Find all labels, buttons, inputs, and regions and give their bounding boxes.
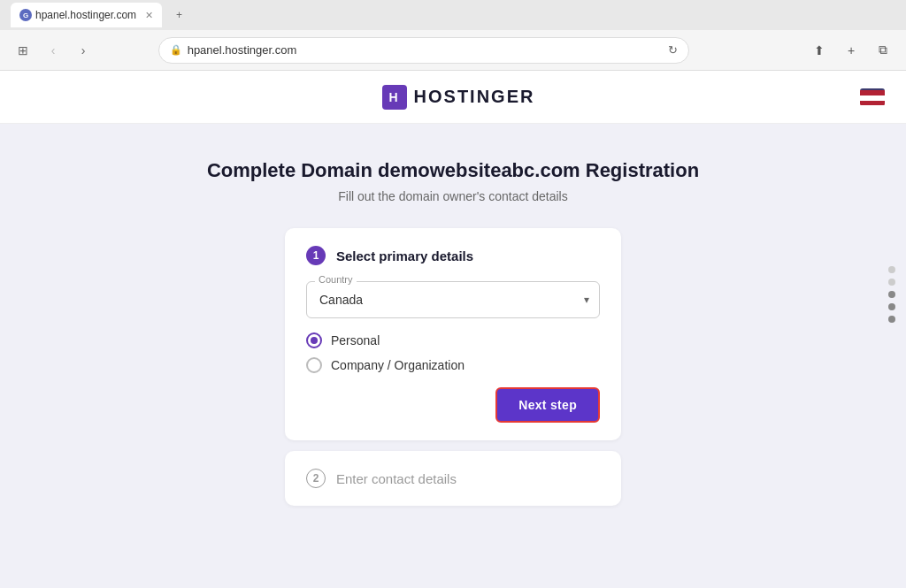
browser-tab-bar: G hpanel.hostinger.com ✕ + [0,0,906,30]
side-dots [888,266,895,323]
radio-company-label: Company / Organization [331,358,465,372]
logo-text: HOSTINGER [414,87,535,107]
refresh-icon[interactable]: ↻ [668,43,678,57]
radio-personal-button[interactable] [306,332,322,348]
app-header: H HOSTINGER [0,71,906,124]
step-2-number: 2 [306,469,326,488]
side-dot-1 [888,266,895,273]
step-2-title: Enter contact details [336,471,457,486]
radio-group: Personal Company / Organization [306,332,600,373]
side-dot-3 [888,291,895,298]
logo-icon: H [382,85,407,110]
step-1-number: 1 [306,246,326,265]
step-1-footer: Next step [306,387,600,423]
browser-chrome: ⊞ ‹ › 🔒 ↻ ⬆ + ⧉ [0,30,906,71]
step-1-header: 1 Select primary details [306,246,600,265]
tab-list-button[interactable]: ⊞ [11,38,35,63]
tab-label: hpanel.hostinger.com [35,9,136,21]
side-dot-5 [888,316,895,323]
country-label: Country [315,274,357,285]
side-dot-4 [888,303,895,310]
toolbar-right: ⬆ + ⧉ [807,38,895,63]
tab-favicon: G [19,9,32,21]
main-content: Complete Domain demowebsiteabc.com Regis… [0,124,906,588]
steps-container: 1 Select primary details Country Canada … [285,228,621,506]
step-2-header: 2 Enter contact details [306,469,600,488]
radio-personal-inner [311,337,318,344]
radio-company-button[interactable] [306,357,322,373]
page-title: Complete Domain demowebsiteabc.com Regis… [207,159,699,182]
step-2-card: 2 Enter contact details [285,451,621,506]
address-bar[interactable]: 🔒 ↻ [158,37,689,64]
lock-icon: 🔒 [170,44,182,56]
country-select-wrapper: Country Canada United States United King… [306,281,600,318]
flag-us-icon[interactable] [860,88,885,106]
country-select[interactable]: Canada United States United Kingdom Aust… [306,281,600,318]
step-1-title: Select primary details [336,248,473,263]
address-input[interactable] [188,43,663,57]
radio-personal-label: Personal [331,333,380,347]
logo: H HOSTINGER [382,85,535,110]
share-button[interactable]: ⬆ [807,38,832,63]
tab-overview-button[interactable]: ⧉ [871,38,895,63]
nav-controls: ⊞ ‹ › [11,38,96,63]
forward-button[interactable]: › [71,38,96,63]
browser-tab[interactable]: G hpanel.hostinger.com ✕ [11,3,162,27]
step-1-card: 1 Select primary details Country Canada … [285,228,621,440]
page-subtitle: Fill out the domain owner's contact deta… [338,189,567,203]
tab-close-icon[interactable]: ✕ [145,10,153,21]
radio-personal[interactable]: Personal [306,332,600,348]
next-step-button[interactable]: Next step [495,387,600,423]
new-tab-button[interactable]: + [167,3,191,27]
back-button[interactable]: ‹ [41,38,65,63]
step-1-content: Country Canada United States United King… [306,281,600,423]
side-dot-2 [888,279,895,286]
radio-company[interactable]: Company / Organization [306,357,600,373]
add-tab-button[interactable]: + [839,38,864,63]
